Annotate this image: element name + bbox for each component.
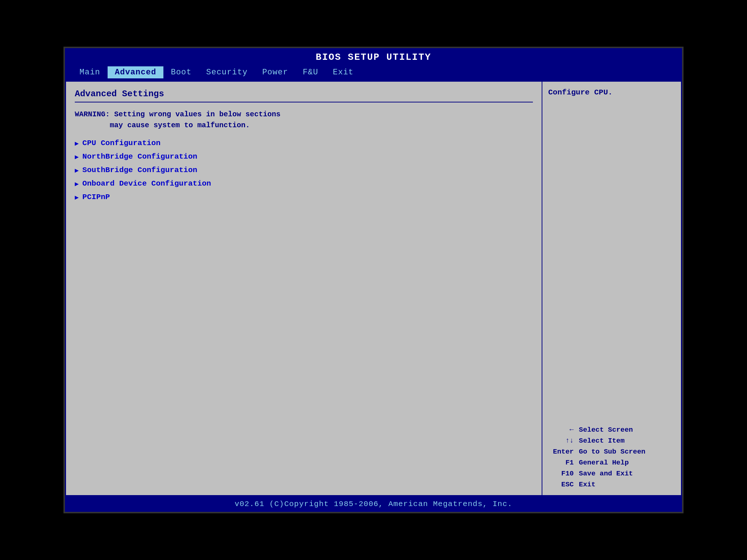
menu-item-label: PCIPnP <box>82 193 110 201</box>
key-desc: Select Screen <box>579 426 633 434</box>
menu-item-label: NorthBridge Configuration <box>82 152 197 161</box>
key-row: F1General Help <box>548 459 675 467</box>
nav-item-power[interactable]: Power <box>255 66 295 78</box>
key-help: ←Select Screen↑↓Select ItemEnterGo to Su… <box>548 426 675 489</box>
menu-item-label: Onboard Device Configuration <box>82 179 211 188</box>
divider <box>75 102 533 102</box>
key-row: ↑↓Select Item <box>548 437 675 445</box>
key-row: ESCExit <box>548 481 675 489</box>
menu-item-label: SouthBridge Configuration <box>82 166 197 174</box>
nav-item-main[interactable]: Main <box>72 66 108 78</box>
key-label: F10 <box>548 470 574 478</box>
bios-screen: BIOS SETUP UTILITY MainAdvancedBootSecur… <box>63 47 684 513</box>
nav-item-advanced[interactable]: Advanced <box>108 66 164 78</box>
warning-text: WARNING: Setting wrong values in below s… <box>75 109 533 131</box>
arrow-icon: ▶ <box>75 166 79 174</box>
menu-list: ▶CPU Configuration▶NorthBridge Configura… <box>75 139 533 201</box>
menu-item[interactable]: ▶SouthBridge Configuration <box>75 166 533 174</box>
key-desc: Exit <box>579 481 596 489</box>
nav-bar: MainAdvancedBootSecurityPowerF&UExit <box>65 65 682 81</box>
main-content: Advanced Settings WARNING: Setting wrong… <box>65 81 682 496</box>
footer: v02.61 (C)Copyright 1985-2006, American … <box>65 496 682 512</box>
arrow-icon: ▶ <box>75 139 79 147</box>
nav-item-security[interactable]: Security <box>199 66 255 78</box>
menu-item[interactable]: ▶NorthBridge Configuration <box>75 152 533 161</box>
key-desc: Select Item <box>579 437 624 445</box>
section-title: Advanced Settings <box>75 89 533 99</box>
arrow-icon: ▶ <box>75 193 79 201</box>
menu-item-label: CPU Configuration <box>82 139 160 147</box>
right-panel: Configure CPU. ←Select Screen↑↓Select It… <box>542 82 681 495</box>
menu-item[interactable]: ▶PCIPnP <box>75 193 533 201</box>
menu-item[interactable]: ▶Onboard Device Configuration <box>75 179 533 188</box>
key-row: ←Select Screen <box>548 426 675 434</box>
left-panel: Advanced Settings WARNING: Setting wrong… <box>66 82 542 495</box>
nav-item-fu[interactable]: F&U <box>295 66 326 78</box>
nav-item-exit[interactable]: Exit <box>326 66 361 78</box>
key-desc: Save and Exit <box>579 470 633 478</box>
key-label: Enter <box>548 448 574 456</box>
bios-title: BIOS SETUP UTILITY <box>316 52 431 63</box>
key-label: ESC <box>548 481 574 489</box>
key-desc: General Help <box>579 459 629 467</box>
arrow-icon: ▶ <box>75 180 79 188</box>
arrow-icon: ▶ <box>75 153 79 161</box>
key-row: EnterGo to Sub Screen <box>548 448 675 456</box>
key-row: F10Save and Exit <box>548 470 675 478</box>
key-desc: Go to Sub Screen <box>579 448 645 456</box>
key-label: ↑↓ <box>548 437 574 445</box>
key-label: ← <box>548 426 574 434</box>
key-label: F1 <box>548 459 574 467</box>
warning-content: WARNING: Setting wrong values in below s… <box>75 110 280 129</box>
title-bar: BIOS SETUP UTILITY <box>65 48 682 65</box>
help-text: Configure CPU. <box>548 88 675 97</box>
menu-item[interactable]: ▶CPU Configuration <box>75 139 533 147</box>
nav-item-boot[interactable]: Boot <box>163 66 199 78</box>
